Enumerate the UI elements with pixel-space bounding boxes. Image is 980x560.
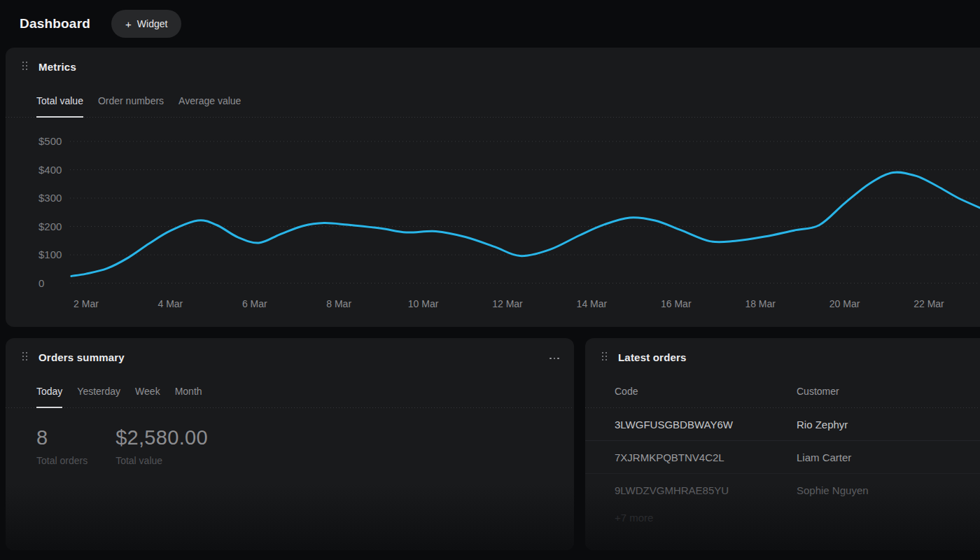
- tab-today[interactable]: Today: [36, 374, 62, 408]
- metrics-tabs: Total value Order numbers Average value: [6, 84, 980, 118]
- latest-orders-rows: 3LWGFUSGBDBWAY6W Rio Zephyr 7XJRMKPQBTNV…: [585, 408, 980, 507]
- latest-orders-widget: Latest orders Code Customer 3LWGFUSGBDBW…: [585, 338, 980, 550]
- x-tick-label: 4 Mar: [146, 298, 195, 309]
- tab-total-value[interactable]: Total value: [36, 84, 83, 118]
- table-row[interactable]: 7XJRMKPQBTNV4C2L Liam Carter: [585, 441, 980, 474]
- orders-summary-stats: 8 Total orders $2,580.00 Total value: [36, 426, 208, 466]
- x-tick-label: 2 Mar: [62, 298, 111, 309]
- top-bar: Dashboard + Widget: [0, 0, 980, 48]
- tab-average-value[interactable]: Average value: [178, 84, 241, 118]
- tab-order-numbers[interactable]: Order numbers: [98, 84, 164, 118]
- total-orders-value: 8: [36, 426, 88, 449]
- orders-summary-tabs: Today Yesterday Week Month: [6, 374, 574, 408]
- orders-summary-widget: Orders summary Today Yesterday Week Mont…: [6, 338, 574, 550]
- drag-handle-icon[interactable]: [602, 352, 607, 360]
- drag-handle-icon[interactable]: [22, 352, 27, 360]
- order-code: 9LWDZVGMHRAE85YU: [615, 484, 797, 496]
- order-code: 3LWGFUSGBDBWAY6W: [615, 419, 797, 430]
- metrics-title: Metrics: [38, 61, 76, 73]
- page-title: Dashboard: [20, 16, 90, 31]
- ellipsis-menu-icon[interactable]: [546, 352, 563, 365]
- x-tick-label: 18 Mar: [736, 298, 785, 309]
- y-tick-label: $500: [38, 135, 69, 147]
- x-tick-label: 8 Mar: [314, 298, 363, 309]
- x-tick-label: 20 Mar: [820, 298, 869, 309]
- latest-orders-title: Latest orders: [618, 351, 687, 363]
- y-tick-label: $200: [38, 220, 69, 232]
- y-tick-label: $400: [38, 164, 69, 176]
- tab-week[interactable]: Week: [135, 374, 160, 408]
- x-tick-label: 6 Mar: [230, 298, 279, 309]
- total-value-label: Total value: [115, 455, 208, 466]
- y-tick-label: $100: [38, 248, 69, 260]
- order-code: 7XJRMKPQBTNV4C2L: [615, 451, 797, 463]
- order-customer: Liam Carter: [797, 451, 851, 463]
- y-tick-label: 0: [38, 277, 69, 289]
- x-tick-label: 14 Mar: [567, 298, 616, 309]
- chart-line: [71, 172, 980, 276]
- x-tick-label: 22 Mar: [904, 298, 953, 309]
- tab-month[interactable]: Month: [175, 374, 202, 408]
- table-row[interactable]: 3LWGFUSGBDBWAY6W Rio Zephyr: [585, 408, 980, 441]
- add-widget-label: Widget: [137, 18, 168, 29]
- column-header-customer: Customer: [797, 386, 839, 397]
- orders-summary-title: Orders summary: [38, 351, 125, 363]
- stat-total-orders: 8 Total orders: [36, 426, 88, 466]
- order-customer: Rio Zephyr: [797, 419, 848, 430]
- total-orders-label: Total orders: [36, 455, 88, 466]
- x-tick-label: 12 Mar: [483, 298, 532, 309]
- x-tick-label: 16 Mar: [652, 298, 701, 309]
- plus-icon: +: [125, 18, 132, 30]
- order-customer: Sophie Nguyen: [797, 484, 869, 496]
- x-tick-label: 10 Mar: [399, 298, 448, 309]
- more-orders-link[interactable]: +7 more: [615, 512, 653, 524]
- stat-total-value: $2,580.00 Total value: [115, 426, 208, 466]
- metrics-widget: Metrics Total value Order numbers Averag…: [6, 48, 980, 327]
- y-tick-label: $300: [38, 192, 69, 204]
- latest-orders-header: Code Customer: [585, 374, 980, 408]
- total-value-value: $2,580.00: [115, 426, 208, 449]
- table-row[interactable]: 9LWDZVGMHRAE85YU Sophie Nguyen: [585, 474, 980, 507]
- column-header-code: Code: [615, 386, 797, 397]
- drag-handle-icon[interactable]: [22, 62, 27, 70]
- add-widget-button[interactable]: + Widget: [111, 10, 181, 38]
- tab-yesterday[interactable]: Yesterday: [77, 374, 120, 408]
